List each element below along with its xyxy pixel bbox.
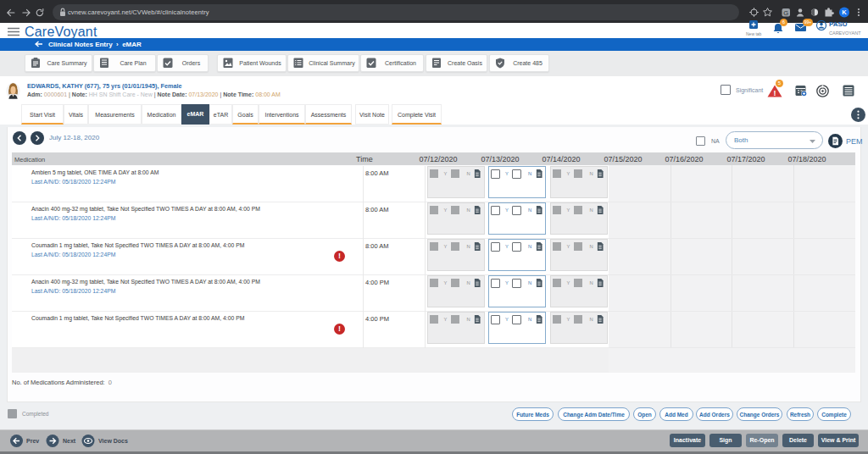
svg-text:G: G	[783, 9, 788, 17]
svg-text:!: !	[774, 89, 776, 97]
svg-text:K: K	[842, 8, 847, 16]
